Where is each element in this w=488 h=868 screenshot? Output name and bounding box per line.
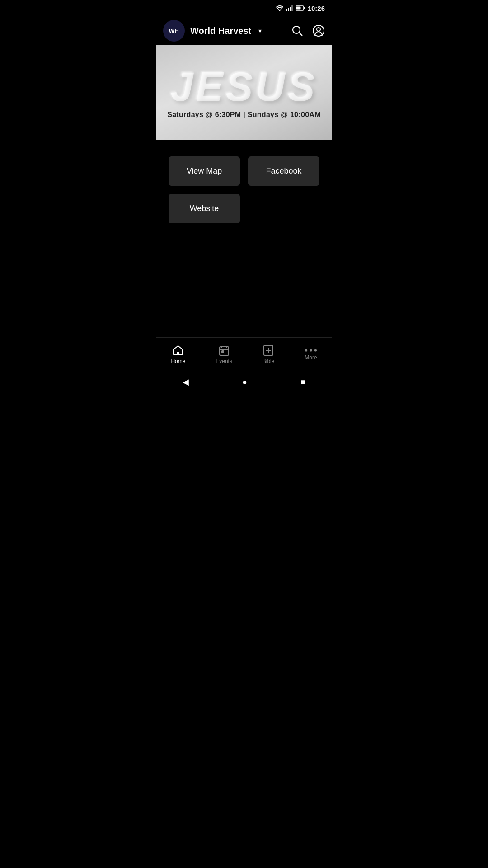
profile-icon[interactable] (312, 24, 325, 37)
main-content: View Map Facebook Website (156, 140, 332, 232)
nav-item-bible[interactable]: Bible (263, 344, 275, 364)
android-nav-bar: ◀ ● ■ (156, 371, 332, 393)
svg-rect-0 (286, 9, 287, 11)
button-row-1: View Map Facebook (169, 156, 319, 186)
signal-icon (286, 5, 293, 11)
status-icons: 10:26 (276, 5, 325, 12)
hero-banner: JESUS Saturdays @ 6:30PM | Sundays @ 10:… (156, 45, 332, 140)
nav-label-home: Home (171, 358, 185, 364)
nav-item-events[interactable]: Events (216, 344, 232, 364)
website-button[interactable]: Website (169, 194, 240, 223)
bible-icon (263, 344, 274, 356)
nav-item-home[interactable]: Home (171, 344, 185, 364)
svg-point-10 (317, 28, 320, 31)
battery-icon (296, 5, 305, 11)
app-logo: WH (163, 20, 185, 42)
svg-point-21 (314, 349, 317, 351)
hero-subtitle: Saturdays @ 6:30PM | Sundays @ 10:00AM (167, 111, 321, 119)
svg-line-8 (299, 33, 302, 36)
svg-rect-15 (222, 351, 224, 353)
bottom-nav: Home Events Bible More (156, 337, 332, 371)
search-icon[interactable] (291, 25, 303, 37)
home-icon (172, 344, 184, 356)
svg-point-19 (305, 349, 307, 351)
nav-label-bible: Bible (263, 358, 275, 364)
svg-rect-5 (296, 7, 300, 10)
app-title: World Harvest (190, 26, 251, 36)
android-recents-button[interactable]: ■ (300, 377, 305, 387)
svg-rect-1 (288, 8, 289, 11)
header-left: WH World Harvest ▾ (163, 20, 262, 42)
app-header: WH World Harvest ▾ (156, 16, 332, 45)
more-icon (305, 348, 317, 353)
header-right (291, 24, 325, 37)
svg-rect-6 (304, 7, 305, 9)
chevron-down-icon[interactable]: ▾ (258, 27, 262, 34)
svg-point-20 (310, 349, 312, 351)
hero-title: JESUS (170, 66, 317, 107)
android-back-button[interactable]: ◀ (183, 377, 189, 387)
nav-item-more[interactable]: More (305, 348, 317, 361)
android-home-button[interactable]: ● (242, 377, 247, 387)
status-time: 10:26 (308, 5, 325, 12)
status-bar: 10:26 (156, 0, 332, 16)
svg-rect-3 (291, 5, 293, 11)
svg-point-7 (293, 26, 300, 33)
wifi-icon (276, 5, 284, 11)
nav-label-events: Events (216, 358, 232, 364)
facebook-button[interactable]: Facebook (248, 156, 319, 186)
svg-rect-2 (290, 7, 291, 11)
events-icon (218, 344, 230, 356)
view-map-button[interactable]: View Map (169, 156, 240, 186)
nav-label-more: More (305, 354, 317, 361)
